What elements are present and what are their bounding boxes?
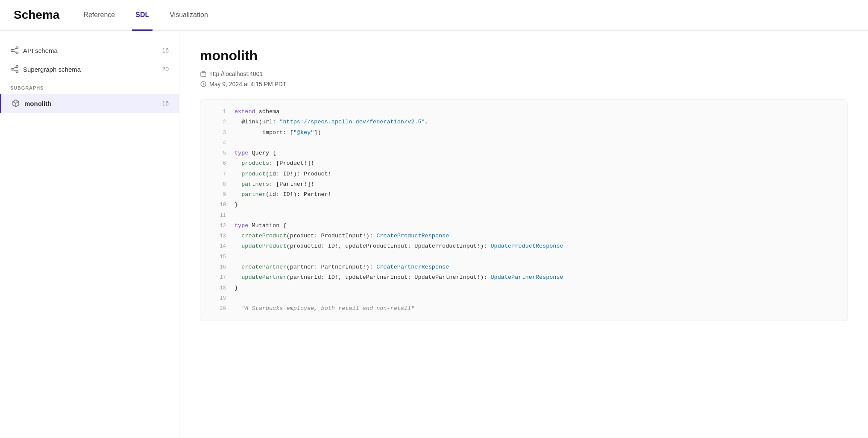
main-content: monolith http://localhost:4001 May 9, 20…	[179, 31, 868, 438]
header: Schema Reference SDL Visualization	[0, 0, 868, 31]
code-line-18: 18 }	[200, 283, 847, 293]
code-line-4: 4	[200, 138, 847, 148]
sidebar-item-api-schema[interactable]: API schema 16	[0, 41, 179, 60]
code-line-3: 3 import: ["@key"])	[200, 128, 847, 138]
code-line-7: 7 product(id: ID!): Product!	[200, 169, 847, 179]
url-meta: http://localhost:4001	[200, 70, 847, 77]
cube-icon	[12, 99, 20, 108]
sidebar-item-monolith[interactable]: monolith 16	[0, 94, 179, 113]
code-line-6: 6 products: [Product!]!	[200, 158, 847, 169]
sidebar-api-schema-label: API schema	[23, 47, 162, 54]
content-title: monolith	[200, 48, 847, 64]
url-value: http://localhost:4001	[209, 70, 263, 77]
svg-point-7	[16, 71, 18, 73]
code-line-20: 20 "A Starbucks employee, both retail an…	[200, 304, 847, 314]
code-line-16: 16 createPartner(partner: PartnerInput!)…	[200, 262, 847, 272]
svg-line-3	[13, 48, 16, 50]
code-line-1: 1 extend schema	[200, 107, 847, 117]
code-line-17: 17 updatePartner(partnerId: ID!, updateP…	[200, 272, 847, 283]
main-layout: API schema 16 Supergraph schema 20 SUBGR…	[0, 31, 868, 438]
sidebar-monolith-label: monolith	[24, 100, 162, 107]
code-line-5: 5 type Query {	[200, 148, 847, 158]
code-line-2: 2 @link(url: "https://specs.apollo.dev/f…	[200, 117, 847, 127]
sidebar-monolith-count: 16	[162, 100, 169, 107]
svg-point-2	[16, 52, 18, 54]
code-line-14: 14 updateProduct(productId: ID!, updateP…	[200, 241, 847, 251]
sidebar-supergraph-count: 20	[162, 66, 169, 73]
clock-icon	[200, 81, 207, 88]
code-line-8: 8 partners: [Partner!]!	[200, 179, 847, 190]
svg-line-8	[13, 67, 16, 69]
code-line-15: 15	[200, 252, 847, 262]
graph-icon	[10, 46, 19, 55]
tab-sdl[interactable]: SDL	[132, 0, 152, 31]
clipboard-icon	[200, 70, 207, 77]
page-title: Schema	[14, 8, 59, 22]
sidebar-supergraph-label: Supergraph schema	[23, 66, 162, 73]
code-line-9: 9 partner(id: ID!): Partner!	[200, 190, 847, 200]
graph-icon-2	[10, 65, 19, 73]
svg-line-9	[13, 70, 16, 71]
svg-line-4	[13, 51, 16, 53]
date-value: May 9, 2024 at 4:15 PM PDT	[209, 81, 287, 88]
code-line-12: 12 type Mutation {	[200, 221, 847, 231]
svg-point-0	[11, 50, 13, 52]
code-line-10: 10 }	[200, 200, 847, 210]
sidebar-api-schema-count: 16	[162, 47, 169, 54]
svg-point-1	[16, 47, 18, 49]
svg-point-6	[16, 66, 18, 68]
sidebar-item-supergraph-schema[interactable]: Supergraph schema 20	[0, 60, 179, 79]
tab-reference[interactable]: Reference	[80, 0, 118, 31]
code-line-19: 19	[200, 293, 847, 304]
tab-visualization[interactable]: Visualization	[166, 0, 211, 31]
code-line-13: 13 createProduct(product: ProductInput!)…	[200, 231, 847, 241]
code-line-11: 11	[200, 210, 847, 221]
date-meta: May 9, 2024 at 4:15 PM PDT	[200, 81, 847, 88]
svg-point-5	[11, 68, 13, 70]
code-block: 1 extend schema 2 @link(url: "https://sp…	[200, 99, 847, 321]
sidebar: API schema 16 Supergraph schema 20 SUBGR…	[0, 31, 179, 438]
subgraphs-section-label: SUBGRAPHS	[0, 79, 179, 94]
